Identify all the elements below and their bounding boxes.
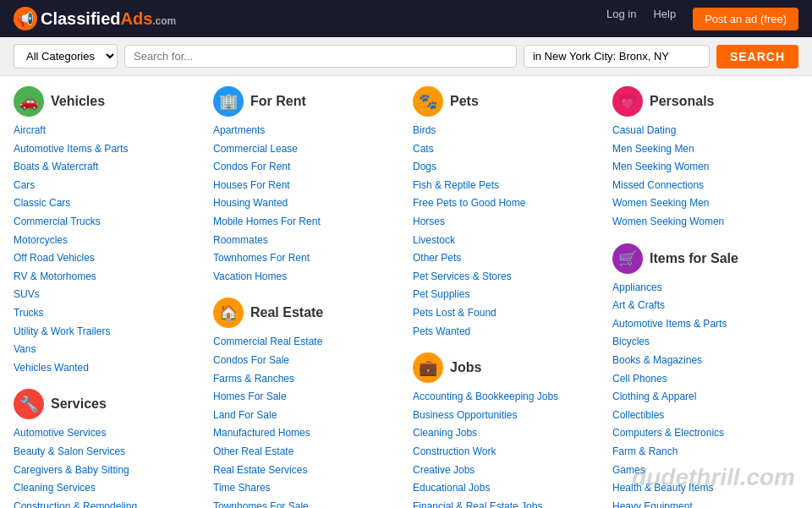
link-pets-lost[interactable]: Pets Lost & Found	[413, 304, 599, 323]
list-item: Appliances	[612, 279, 798, 298]
link-clothing[interactable]: Clothing & Apparel	[612, 388, 798, 407]
link-construction-work[interactable]: Construction Work	[413, 443, 599, 462]
link-heavy-equip[interactable]: Heavy Equipment	[612, 498, 798, 508]
link-computers[interactable]: Computers & Electronics	[612, 424, 798, 443]
link-auto-services[interactable]: Automotive Services	[14, 424, 200, 443]
link-motorcycles[interactable]: Motorcycles	[14, 232, 200, 250]
list-item: Manufactured Homes	[213, 424, 399, 443]
help-link[interactable]: Help	[653, 8, 676, 30]
link-condos-rent[interactable]: Condos For Rent	[213, 158, 399, 177]
link-construction[interactable]: Construction & Remodeling	[14, 498, 200, 508]
link-cleaning[interactable]: Cleaning Services	[14, 479, 200, 498]
list-item: Real Estate Services	[213, 462, 399, 480]
link-birds[interactable]: Birds	[413, 122, 599, 140]
link-commercial-re[interactable]: Commercial Real Estate	[213, 333, 399, 352]
link-women-men[interactable]: Women Seeking Men	[612, 194, 798, 213]
jobs-links: Accounting & Bookkeeping Jobs Business O…	[413, 388, 599, 508]
link-land[interactable]: Land For Sale	[213, 407, 399, 425]
link-books[interactable]: Books & Magazines	[612, 352, 798, 370]
link-farm-ranch[interactable]: Farm & Ranch	[612, 443, 798, 462]
link-pet-supplies[interactable]: Pet Supplies	[413, 286, 599, 304]
link-art[interactable]: Art & Crafts	[612, 297, 798, 315]
link-appliances[interactable]: Appliances	[612, 279, 798, 298]
category-select[interactable]: All Categories	[14, 44, 118, 68]
link-casual[interactable]: Casual Dating	[612, 122, 798, 140]
link-houses-rent[interactable]: Houses For Rent	[213, 177, 399, 195]
link-auto-parts[interactable]: Automotive Items & Parts	[612, 315, 798, 334]
link-suvs[interactable]: SUVs	[14, 286, 200, 304]
link-cats[interactable]: Cats	[413, 140, 599, 159]
list-item: Commercial Real Estate	[213, 333, 399, 352]
link-vehicles-wanted[interactable]: Vehicles Wanted	[14, 359, 200, 378]
link-vacation-homes-rent[interactable]: Vacation Homes	[213, 268, 399, 287]
link-cars[interactable]: Cars	[14, 177, 200, 195]
link-cell-phones[interactable]: Cell Phones	[612, 370, 798, 389]
list-item: Pets Wanted	[413, 323, 599, 341]
link-men-men[interactable]: Men Seeking Men	[612, 140, 798, 159]
link-horses[interactable]: Horses	[413, 213, 599, 232]
link-fish[interactable]: Fish & Reptile Pets	[413, 177, 599, 195]
link-collectibles[interactable]: Collectibles	[612, 407, 798, 425]
login-link[interactable]: Log in	[606, 8, 636, 30]
link-free-pets[interactable]: Free Pets to Good Home	[413, 194, 599, 213]
logo-classified-text: Classified	[41, 9, 120, 28]
link-missed[interactable]: Missed Connections	[612, 177, 798, 195]
link-classic-cars[interactable]: Classic Cars	[14, 194, 200, 213]
link-pet-services[interactable]: Pet Services & Stores	[413, 268, 599, 287]
link-condos-sale[interactable]: Condos For Sale	[213, 352, 399, 370]
link-beauty[interactable]: Beauty & Salon Services	[14, 443, 200, 462]
link-vans[interactable]: Vans	[14, 341, 200, 359]
link-townhomes-rent[interactable]: Townhomes For Rent	[213, 249, 399, 268]
link-trucks[interactable]: Trucks	[14, 304, 200, 323]
link-homes-sale[interactable]: Homes For Sale	[213, 388, 399, 407]
realestate-header: 🏠 Real Estate	[213, 298, 399, 328]
link-boats[interactable]: Boats & Watercraft	[14, 158, 200, 177]
link-games[interactable]: Games	[612, 462, 798, 480]
jobs-section: 💼 Jobs Accounting & Bookkeeping Jobs Bus…	[413, 352, 599, 508]
jobs-header: 💼 Jobs	[413, 352, 599, 383]
list-item: Automotive Items & Parts	[14, 140, 200, 159]
link-health-beauty[interactable]: Health & Beauty Items	[612, 479, 798, 498]
link-commercial-lease[interactable]: Commercial Lease	[213, 140, 399, 159]
link-women-women[interactable]: Women Seeking Women	[612, 213, 798, 232]
link-bicycles[interactable]: Bicycles	[612, 333, 798, 352]
link-livestock[interactable]: Livestock	[413, 232, 599, 250]
list-item: Art & Crafts	[612, 297, 798, 315]
itemsforsale-icon: 🛒	[612, 243, 643, 274]
link-rv[interactable]: RV & Motorhomes	[14, 268, 200, 287]
link-mobile-homes-rent[interactable]: Mobile Homes For Rent	[213, 213, 399, 232]
list-item: Other Pets	[413, 249, 599, 268]
link-townhomes-sale[interactable]: Townhomes For Sale	[213, 498, 399, 508]
link-farms[interactable]: Farms & Ranches	[213, 370, 399, 389]
link-housing-wanted[interactable]: Housing Wanted	[213, 194, 399, 213]
search-input[interactable]	[124, 45, 517, 68]
location-input[interactable]	[524, 45, 710, 68]
link-auto-items[interactable]: Automotive Items & Parts	[14, 140, 200, 159]
link-educational[interactable]: Educational Jobs	[413, 479, 599, 498]
link-pets-wanted[interactable]: Pets Wanted	[413, 323, 599, 341]
link-other-pets[interactable]: Other Pets	[413, 249, 599, 268]
post-ad-button[interactable]: Post an ad (free)	[693, 8, 798, 30]
personals-icon: 💗	[612, 86, 643, 117]
link-accounting[interactable]: Accounting & Bookkeeping Jobs	[413, 388, 599, 407]
link-creative[interactable]: Creative Jobs	[413, 462, 599, 480]
link-roommates[interactable]: Roommates	[213, 232, 399, 250]
link-aircraft[interactable]: Aircraft	[14, 122, 200, 140]
link-re-services[interactable]: Real Estate Services	[213, 462, 399, 480]
link-business-opp[interactable]: Business Opportunities	[413, 407, 599, 425]
link-caregivers[interactable]: Caregivers & Baby Sitting	[14, 462, 200, 480]
link-apartments[interactable]: Apartments	[213, 122, 399, 140]
link-offroad[interactable]: Off Road Vehicles	[14, 249, 200, 268]
link-dogs[interactable]: Dogs	[413, 158, 599, 177]
list-item: Cleaning Services	[14, 479, 200, 498]
link-manufactured[interactable]: Manufactured Homes	[213, 424, 399, 443]
search-button[interactable]: SEARCH	[716, 45, 798, 68]
link-timeshares[interactable]: Time Shares	[213, 479, 399, 498]
link-financial-re[interactable]: Financial & Real Estate Jobs	[413, 498, 599, 508]
link-men-women[interactable]: Men Seeking Women	[612, 158, 798, 177]
vehicles-title: Vehicles	[51, 94, 105, 109]
link-utility[interactable]: Utility & Work Trailers	[14, 323, 200, 341]
link-cleaning-jobs[interactable]: Cleaning Jobs	[413, 424, 599, 443]
link-commercial-trucks[interactable]: Commercial Trucks	[14, 213, 200, 232]
link-other-re[interactable]: Other Real Estate	[213, 443, 399, 462]
